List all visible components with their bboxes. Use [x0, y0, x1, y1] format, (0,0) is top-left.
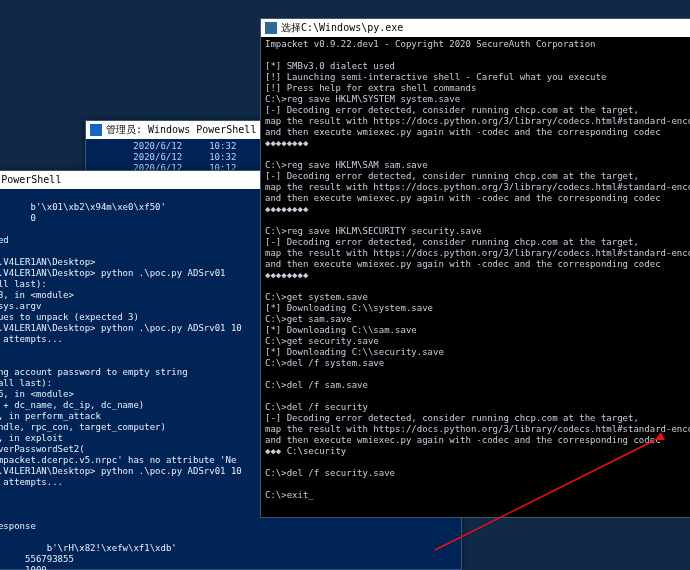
- python-icon: [265, 22, 277, 34]
- ps-left-title: 管理员: Windows PowerShell: [0, 171, 61, 189]
- powershell-icon: [90, 124, 102, 136]
- ps-mid-title: 管理员: Windows PowerShell: [106, 121, 256, 139]
- py-titlebar[interactable]: 选择C:\Windows\py.exe: [261, 19, 690, 37]
- py-title: 选择C:\Windows\py.exe: [281, 19, 403, 37]
- py-body: Impacket v0.9.22.dev1 - Copyright 2020 S…: [261, 37, 690, 503]
- py-window[interactable]: 选择C:\Windows\py.exe Impacket v0.9.22.dev…: [260, 18, 690, 518]
- ps-mid-titlebar[interactable]: 管理员: Windows PowerShell: [86, 121, 261, 139]
